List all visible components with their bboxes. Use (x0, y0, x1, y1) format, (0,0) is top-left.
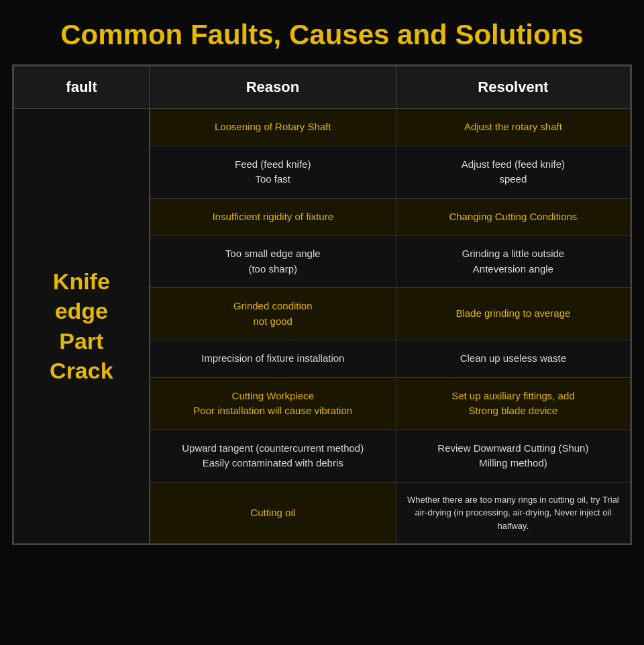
fault-cell: Knife edgePartCrack (14, 109, 150, 544)
page-title: Common Faults, Causes and Solutions (0, 0, 644, 64)
resolvent-cell: Whether there are too many rings in cutt… (396, 482, 630, 544)
resolvent-cell: Blade grinding to average (396, 288, 630, 340)
resolvent-cell: Adjust feed (feed knife) speed (396, 146, 630, 198)
resolvent-cell: Changing Cutting Conditions (396, 198, 630, 236)
resolvent-cell: Clean up useless waste (396, 340, 630, 378)
faults-table: fault Reason Resolvent Knife edgePartCra… (13, 66, 631, 544)
main-table-wrapper: fault Reason Resolvent Knife edgePartCra… (12, 64, 632, 545)
resolvent-cell: Grinding a little outside Anteversion an… (396, 236, 630, 288)
reason-cell: Feed (feed knife) Too fast (150, 146, 396, 198)
reason-cell: Cutting Workpiece Poor installation will… (150, 377, 396, 430)
reason-cell: Insufficient rigidity of fixture (150, 198, 396, 236)
reason-cell: Upward tangent (countercurrent method) E… (150, 430, 396, 482)
table-row: Knife edgePartCrackLoosening of Rotary S… (14, 109, 631, 146)
reason-cell: Too small edge angle (too sharp) (150, 236, 396, 288)
reason-cell: Cutting oil (150, 482, 396, 544)
header-fault: fault (14, 66, 150, 109)
reason-cell: Loosening of Rotary Shaft (150, 109, 396, 146)
resolvent-cell: Set up auxiliary fittings, add Strong bl… (396, 377, 630, 430)
header-reason: Reason (150, 66, 396, 109)
resolvent-cell: Review Downward Cutting (Shun) Milling m… (396, 430, 630, 482)
reason-cell: Imprecision of fixture installation (150, 340, 396, 378)
resolvent-cell: Adjust the rotary shaft (396, 109, 630, 146)
header-resolvent: Resolvent (396, 66, 630, 109)
reason-cell: Grinded condition not good (150, 288, 396, 340)
